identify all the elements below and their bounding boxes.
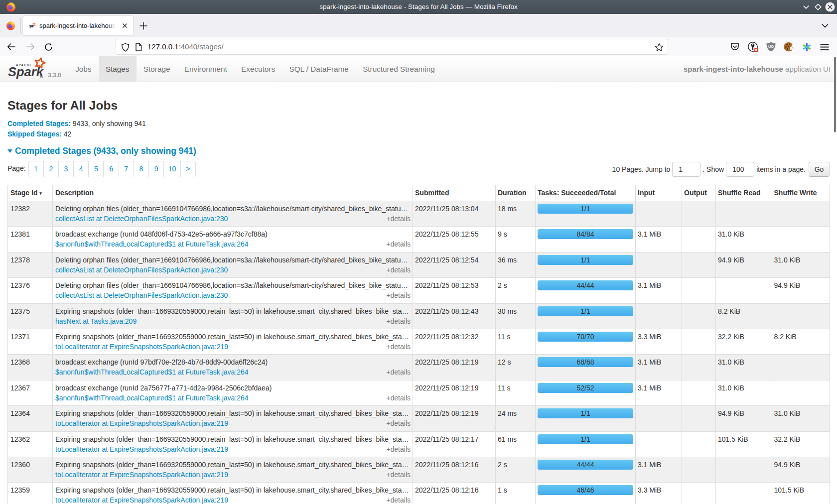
- svg-text:TM: TM: [40, 76, 43, 79]
- svg-text:Spark: Spark: [29, 24, 35, 28]
- svg-text:UO: UO: [768, 44, 774, 49]
- svg-text:Spark: Spark: [8, 65, 44, 79]
